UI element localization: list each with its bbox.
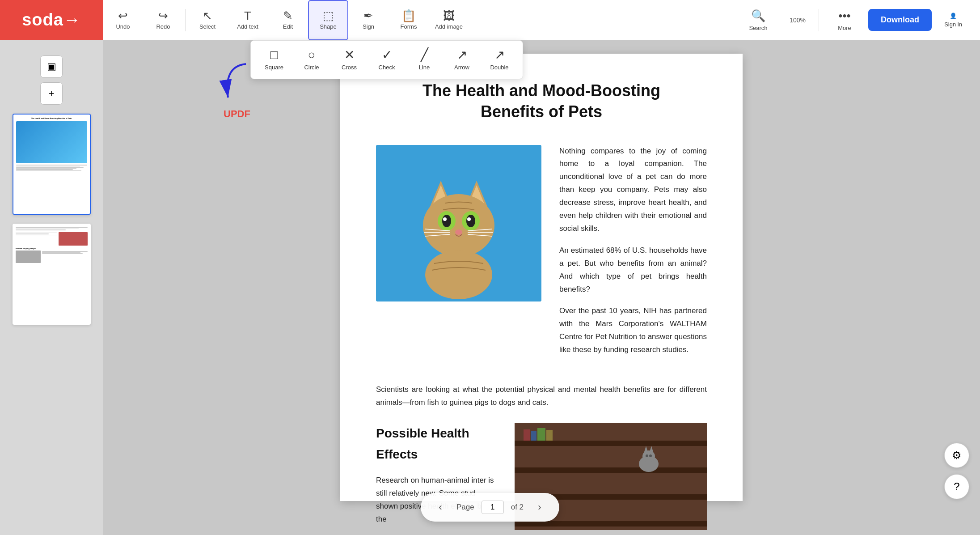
settings-button[interactable]: ⚙ <box>944 443 969 468</box>
arrow-icon: ↗ <box>457 49 467 61</box>
right-side-buttons: ⚙ ? <box>944 443 969 499</box>
total-pages-text: of 2 <box>511 503 524 512</box>
next-page-button[interactable]: › <box>531 498 549 516</box>
search-icon: 🔍 <box>751 9 765 23</box>
page-label-text: Page <box>456 503 474 512</box>
svg-point-35 <box>649 454 652 457</box>
prev-page-button[interactable]: ‹ <box>431 498 449 516</box>
gear-icon: ⚙ <box>952 449 962 462</box>
svg-rect-28 <box>537 428 545 441</box>
question-icon: ? <box>954 480 959 493</box>
svg-point-6 <box>423 194 494 257</box>
panel-icon: ▣ <box>47 61 56 72</box>
check-icon: ✓ <box>382 49 392 61</box>
page-thumbnail-1[interactable]: The Health and Mood-Boosting Benefits of… <box>13 114 91 215</box>
cross-icon: ✕ <box>344 49 355 61</box>
undo-icon: ↩ <box>118 10 128 21</box>
prev-icon: ‹ <box>439 501 442 513</box>
forms-button[interactable]: 📋 Forms <box>389 0 429 40</box>
svg-point-34 <box>646 454 648 457</box>
svg-rect-23 <box>515 467 707 473</box>
page-nav: ‹ Page of 2 › <box>421 493 559 522</box>
shape-cross-button[interactable]: ✕ Cross <box>331 44 367 75</box>
updf-label: UPDF <box>224 108 250 120</box>
svg-rect-27 <box>531 431 536 441</box>
double-arrow-icon: ↗ <box>494 49 505 61</box>
text-icon: T <box>244 10 251 21</box>
svg-rect-29 <box>546 430 553 441</box>
shape-line-button[interactable]: ╱ Line <box>406 44 442 75</box>
shape-icon: ⬚ <box>323 10 334 21</box>
shape-circle-button[interactable]: ○ Circle <box>294 44 329 75</box>
image-icon: 🖼 <box>443 10 455 21</box>
zoom-indicator: 100% <box>782 0 813 40</box>
square-icon: □ <box>270 49 278 61</box>
sidebar: ▣ + The Health and Mood-Boosting Benefit… <box>0 40 103 535</box>
svg-point-31 <box>642 450 655 462</box>
pdf-text-block: Nothing compares to the joy of coming ho… <box>559 145 707 365</box>
toolbar-left-group: ↩ Undo ↪ Redo ↖ Select T Add text ✎ Edit… <box>103 0 469 40</box>
logo-area[interactable]: soda→ <box>0 0 103 40</box>
forms-icon: 📋 <box>401 10 416 21</box>
line-icon: ╱ <box>421 49 428 61</box>
sidebar-panels: ▣ + <box>40 49 63 105</box>
toolbar: soda→ ↩ Undo ↪ Redo ↖ Select T Add text … <box>0 0 980 40</box>
thumb-cat-img <box>16 121 87 164</box>
plus-icon: + <box>49 88 55 99</box>
svg-rect-22 <box>515 441 707 446</box>
more-icon: ••• <box>838 9 850 23</box>
sign-icon: ✒ <box>363 10 373 21</box>
logo-text: soda→ <box>22 10 81 30</box>
download-button[interactable]: Download <box>868 9 932 31</box>
pdf-page: The Health and Mood-BoostingBenefits of … <box>340 54 743 501</box>
svg-point-11 <box>443 217 447 221</box>
svg-rect-25 <box>515 521 707 527</box>
shape-arrow-button[interactable]: ↗ Arrow <box>444 44 480 75</box>
undo-button[interactable]: ↩ Undo <box>103 0 143 40</box>
more-button[interactable]: ••• More <box>824 0 865 40</box>
add-page-button[interactable]: + <box>40 82 63 105</box>
separator-1 <box>185 9 186 31</box>
circle-icon: ○ <box>308 49 316 61</box>
next-icon: › <box>538 501 541 513</box>
sign-button[interactable]: ✒ Sign <box>348 0 389 40</box>
svg-point-13 <box>455 229 462 235</box>
updf-tooltip: UPDF <box>219 62 255 120</box>
main-area: ▣ + The Health and Mood-Boosting Benefit… <box>0 40 980 535</box>
pencil-icon: ✎ <box>283 10 293 21</box>
add-image-button[interactable]: 🖼 Add image <box>429 0 469 40</box>
user-icon: 👤 <box>950 13 957 19</box>
pdf-scientists-text: Scientists are looking at what the poten… <box>376 383 707 409</box>
svg-point-20 <box>425 250 492 299</box>
edit-button[interactable]: ✎ Edit <box>268 0 308 40</box>
pdf-title: The Health and Mood-BoostingBenefits of … <box>376 81 707 123</box>
svg-point-10 <box>466 215 475 227</box>
cursor-icon: ↖ <box>203 10 212 21</box>
page-number-input[interactable] <box>482 501 504 514</box>
page-thumbnail-2[interactable]: Animals Helping People <box>13 224 91 325</box>
cat-image <box>376 145 541 301</box>
search-button[interactable]: 🔍 Search <box>738 0 778 40</box>
shape-double-button[interactable]: ↗ Double <box>482 44 517 75</box>
redo-icon: ↪ <box>158 10 168 21</box>
cat-svg <box>376 145 541 301</box>
toolbar-right-group: 🔍 Search 100% ••• More Download 👤 Sign i… <box>738 0 980 40</box>
shape-check-button[interactable]: ✓ Check <box>369 44 405 75</box>
add-text-button[interactable]: T Add text <box>228 0 268 40</box>
tooltip-arrow-svg <box>219 62 255 106</box>
pdf-section-title: Possible Health Effects <box>376 423 497 465</box>
panel-toggle-button[interactable]: ▣ <box>40 55 63 78</box>
help-button[interactable]: ? <box>944 474 969 499</box>
svg-point-12 <box>467 217 471 221</box>
select-button[interactable]: ↖ Select <box>187 0 228 40</box>
shape-square-button[interactable]: □ Square <box>256 44 292 75</box>
shape-toolbar-popup: □ Square ○ Circle ✕ Cross ✓ Check ╱ Line… <box>250 40 523 79</box>
shape-button[interactable]: ⬚ Shape <box>308 0 348 40</box>
thumb-content-1: The Health and Mood-Boosting Benefits of… <box>13 115 90 214</box>
svg-point-9 <box>442 215 451 227</box>
pdf-content-row: Nothing compares to the joy of coming ho… <box>376 145 707 365</box>
thumb-content-2: Animals Helping People <box>13 225 90 324</box>
separator-2 <box>819 9 819 31</box>
signin-button[interactable]: 👤 Sign in <box>935 0 971 40</box>
redo-button[interactable]: ↪ Redo <box>143 0 183 40</box>
